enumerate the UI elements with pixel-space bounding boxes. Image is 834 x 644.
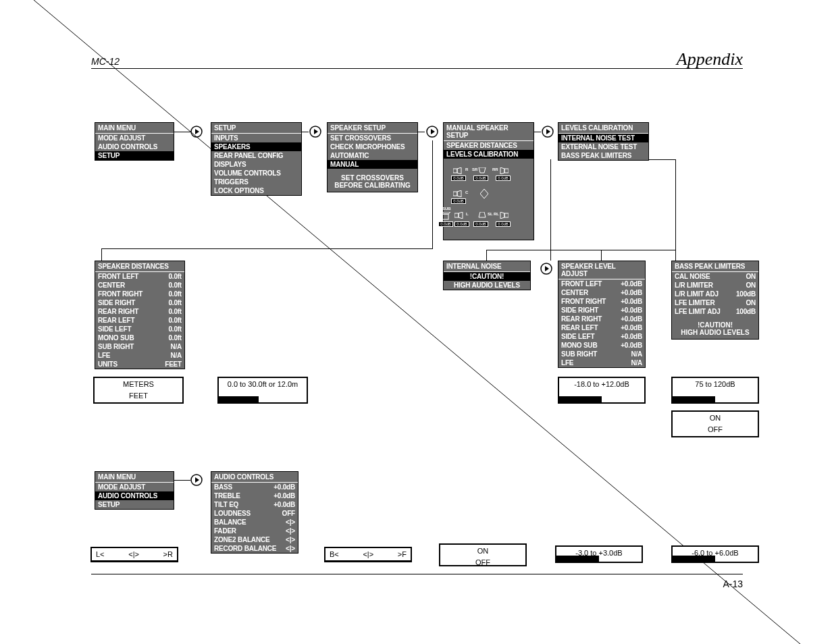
page: MC-12 Appendix A-13 MAIN MENU MODE ADJUS… — [0, 0, 834, 644]
caution-row: !CAUTION! — [444, 272, 530, 281]
panel-main-menu-2: MAIN MENU MODE ADJUST AUDIO CONTROLS SET… — [95, 471, 174, 510]
panel-audio-controls: AUDIO CONTROLS BASS+0.0dB TREBLE+0.0dB T… — [211, 471, 298, 554]
table-row: SIDE RIGHT0.0ft — [95, 298, 184, 307]
table-row: TREBLE+0.0dB — [211, 491, 298, 500]
svg-marker-9 — [479, 167, 486, 173]
panel-title: AUDIO CONTROLS — [211, 472, 298, 483]
panel-manual-speaker-setup: MANUAL SPEAKER SETUP SPEAKER DISTANCES L… — [443, 122, 534, 240]
connector-line — [101, 248, 102, 261]
connector-line — [601, 250, 602, 261]
header-left: MC-12 — [91, 56, 120, 67]
table-row: TILT EQ+0.0dB — [211, 500, 298, 509]
value-box-lr-balance: L<<|>>R — [90, 547, 178, 562]
nav-arrow-icon — [542, 126, 554, 138]
table-row: MONO SUB+0.0dB — [558, 341, 645, 350]
value-box-units: METERS FEET — [93, 377, 184, 404]
connector-line — [101, 248, 433, 249]
table-row: FRONT LEFT+0.0dB — [558, 279, 645, 288]
menu-item: SPEAKER DISTANCES — [444, 141, 533, 150]
table-row: LFEN/A — [95, 351, 184, 360]
menu-item: AUDIO CONTROLS — [95, 142, 174, 151]
panel-levels-calibration: LEVELS CALIBRATION INTERNAL NOISE TEST E… — [558, 122, 649, 161]
table-row: REAR RIGHT+0.0dB — [558, 315, 645, 323]
table-row: REAR LEFT+0.0dB — [558, 323, 645, 332]
nav-arrow-icon — [540, 263, 552, 275]
nav-arrow-icon — [426, 126, 438, 138]
panel-internal-noise: INTERNAL NOISE !CAUTION! HIGH AUDIO LEVE… — [443, 261, 531, 290]
panel-title: LEVELS CALIBRATION — [558, 123, 648, 134]
svg-marker-19 — [479, 212, 486, 217]
connector-line — [302, 132, 309, 132]
connector-line — [174, 480, 190, 481]
page-number: A-13 — [723, 579, 743, 589]
table-row: SUB RIGHTN/A — [95, 342, 184, 351]
svg-marker-11 — [500, 167, 504, 174]
menu-item: LOCK OPTIONS — [211, 186, 301, 195]
svg-marker-13 — [457, 190, 461, 197]
svg-marker-25 — [545, 266, 549, 271]
table-row: SUB RIGHTN/A — [558, 350, 645, 358]
value-box-onoff: ON OFF — [671, 410, 759, 437]
menu-item-selected: MANUAL — [328, 160, 417, 169]
panel-title: INTERNAL NOISE — [444, 261, 530, 272]
svg-marker-4 — [314, 129, 318, 134]
menu-item: MODE ADJUST — [95, 483, 174, 491]
svg-marker-6 — [431, 129, 435, 134]
table-row: L/R LIMIT ADJ100dB — [672, 290, 758, 298]
svg-rect-12 — [453, 192, 457, 196]
value-box-onoff-2: ON OFF — [439, 543, 527, 566]
connector-line — [550, 159, 551, 261]
connector-line — [534, 132, 541, 132]
svg-marker-14 — [480, 189, 488, 198]
connector-line — [90, 562, 178, 562]
value-box-bf-fader: B<<|>>F — [324, 547, 412, 562]
connector-line — [432, 140, 433, 248]
menu-item-selected: SPEAKERS — [211, 142, 301, 151]
connector-line — [174, 132, 190, 132]
table-row: SIDE LEFT+0.0dB — [558, 332, 645, 341]
table-row: LOUDNESSOFF — [211, 509, 298, 518]
table-row: BALANCE<|> — [211, 518, 298, 527]
table-row: FRONT LEFT0.0ft — [95, 272, 184, 281]
table-row: FRONT RIGHT0.0ft — [95, 290, 184, 298]
table-row: ZONE2 BALANCE<|> — [211, 535, 298, 544]
panel-speaker-distances: SPEAKER DISTANCES FRONT LEFT0.0ft CENTER… — [95, 261, 185, 369]
menu-item-selected: INTERNAL NOISE TEST — [558, 134, 648, 142]
svg-marker-18 — [459, 212, 463, 219]
page-header: MC-12 Appendix — [91, 54, 743, 69]
panel-note: SET CROSSOVERS BEFORE CALIBRATING — [328, 169, 417, 192]
table-row: REAR LEFT0.0ft — [95, 316, 184, 325]
svg-marker-23 — [546, 129, 550, 134]
table-row: RECORD BALANCE<|> — [211, 544, 298, 553]
table-row: LFE LIMITERON — [672, 298, 758, 307]
table-row: REAR RIGHT0.0ft — [95, 307, 184, 316]
menu-item: SET CROSSOVERS — [328, 134, 417, 142]
value-box-limit-range: 75 to 120dB — [671, 377, 759, 404]
panel-title: MAIN MENU — [95, 123, 174, 134]
value-box-range6: -6.0 to +6.0dB — [671, 545, 759, 563]
menu-item-selected: AUDIO CONTROLS — [95, 491, 174, 500]
panel-setup: SETUP INPUTS SPEAKERS REAR PANEL CONFIG … — [211, 122, 302, 196]
panel-main-menu: MAIN MENU MODE ADJUST AUDIO CONTROLS SET… — [95, 122, 174, 161]
panel-title: SETUP — [211, 123, 301, 134]
nav-arrow-icon — [190, 474, 203, 486]
table-row: BASS+0.0dB — [211, 483, 298, 491]
table-row: MONO SUB0.0ft — [95, 333, 184, 342]
speaker-layout-icon: R SR RR 0.0dB 0.0dB 0.0dB C 0.0dB SUB L … — [450, 163, 527, 238]
panel-title: SPEAKER SETUP — [328, 123, 417, 134]
menu-item: AUTOMATIC — [328, 151, 417, 160]
panel-title: BASS PEAK LIMITERS — [672, 261, 758, 272]
menu-item-selected: LEVELS CALIBRATION — [444, 150, 533, 159]
value-box-level-range: -18.0 to +12.0dB — [558, 377, 646, 404]
header-right: Appendix — [677, 49, 743, 70]
connector-line — [649, 159, 676, 160]
menu-item: VOLUME CONTROLS — [211, 169, 301, 178]
nav-arrow-icon — [309, 126, 321, 138]
svg-rect-10 — [504, 169, 509, 173]
warn-row: HIGH AUDIO LEVELS — [444, 281, 530, 290]
table-row: CENTER+0.0dB — [558, 288, 645, 297]
menu-item: CHECK MICROPHONES — [328, 142, 417, 151]
table-row: LFE LIMIT ADJ100dB — [672, 307, 758, 316]
table-row: LFEN/A — [558, 358, 645, 367]
panel-title: MANUAL SPEAKER SETUP — [444, 123, 533, 141]
